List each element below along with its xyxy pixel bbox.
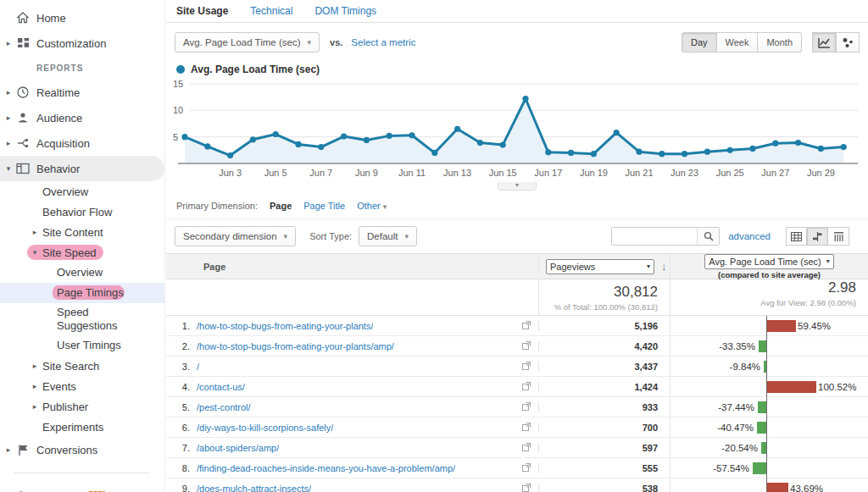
sidebar-item-customization[interactable]: ▸Customization bbox=[0, 30, 164, 56]
sidebar-item-page-timings[interactable]: Page Timings bbox=[0, 283, 164, 303]
advanced-search-link[interactable]: advanced bbox=[728, 231, 771, 241]
metric-dropdown[interactable]: Avg. Page Load Time (sec) ▾ bbox=[175, 32, 320, 53]
sidebar-item-experiments[interactable]: Experiments bbox=[0, 417, 164, 437]
sidebar-item-site-content[interactable]: ▸Site Content bbox=[0, 222, 164, 242]
tab-dom-timings[interactable]: DOM Timings bbox=[314, 5, 376, 17]
table-row: 1./how-to-stop-bugs-from-eating-your-pla… bbox=[166, 316, 868, 336]
delta-value: -40.47% bbox=[717, 422, 754, 434]
comparison-bar bbox=[767, 483, 788, 492]
page-link[interactable]: /does-mulch-attract-insects/ bbox=[197, 484, 311, 492]
table-filter-row: Secondary dimension ▾ Sort Type: Default… bbox=[166, 219, 868, 253]
data-point bbox=[795, 140, 801, 146]
sidebar-item-publisher[interactable]: ▸Publisher bbox=[0, 396, 164, 417]
sidebar-item-acquisition[interactable]: ▸Acquisition bbox=[0, 130, 164, 156]
external-link-icon[interactable] bbox=[522, 321, 531, 331]
external-link-icon[interactable] bbox=[522, 362, 531, 372]
table-row: 2./how-to-stop-bugs-from-eating-your-pla… bbox=[166, 336, 868, 357]
search-input[interactable] bbox=[612, 228, 697, 245]
sidebar-item-speed-suggestions[interactable]: Speed Suggestions bbox=[0, 303, 164, 335]
primary-dimension-other[interactable]: Other ▾ bbox=[357, 201, 387, 211]
sort-descending-icon[interactable]: ↓ bbox=[661, 260, 667, 273]
chevron-right-icon[interactable]: ▸ bbox=[4, 445, 13, 454]
external-link-icon[interactable] bbox=[522, 341, 531, 351]
sidebar-item-conversions[interactable]: ▸Conversions bbox=[0, 437, 164, 462]
page-link[interactable]: /finding-dead-roaches-inside-means-you-h… bbox=[197, 463, 455, 473]
external-link-icon[interactable] bbox=[522, 423, 531, 433]
pageviews-value: 700 bbox=[539, 423, 670, 433]
comparison-bar bbox=[761, 442, 766, 454]
sidebar-item-behavior[interactable]: ▾Behavior bbox=[0, 156, 164, 181]
data-point bbox=[250, 136, 256, 142]
load-time-metric-select[interactable]: Avg. Page Load Time (sec) ▾ bbox=[704, 254, 834, 269]
tab-technical[interactable]: Technical bbox=[250, 5, 292, 17]
chart-collapse-toggle[interactable]: ▾ bbox=[498, 182, 537, 191]
primary-dimension-row: Primary Dimension: Page Page Title Other… bbox=[166, 191, 868, 219]
sidebar-item-overview[interactable]: Overview bbox=[0, 181, 164, 202]
comparison-axis bbox=[766, 458, 767, 478]
sort-type-dropdown[interactable]: Default ▾ bbox=[359, 226, 417, 246]
sidebar: Home▸CustomizationREPORTS▸Realtime▸Audie… bbox=[0, 0, 165, 492]
external-link-icon[interactable] bbox=[522, 443, 531, 453]
metric-selector-row: Avg. Page Load Time (sec) ▾ vs. Select a… bbox=[166, 28, 868, 57]
page-link[interactable]: /about-spiders/amp/ bbox=[197, 443, 279, 453]
pivot-view-button[interactable] bbox=[828, 227, 849, 246]
search-button[interactable] bbox=[697, 228, 719, 245]
table-view-buttons bbox=[786, 227, 849, 246]
select-metric-link[interactable]: Select a metric bbox=[351, 37, 415, 47]
sidebar-item-home[interactable]: Home bbox=[0, 5, 164, 30]
chevron-right-icon[interactable]: ▸ bbox=[31, 402, 39, 411]
comparison-axis bbox=[766, 397, 767, 417]
data-view-button[interactable] bbox=[786, 227, 807, 246]
data-point bbox=[841, 144, 847, 150]
sidebar-item-label: Speed Suggestions bbox=[57, 306, 152, 334]
svg-text:Jun 7: Jun 7 bbox=[309, 168, 332, 178]
chevron-right-icon[interactable]: ▸ bbox=[31, 362, 39, 370]
sidebar-item-attribution[interactable]: AttributionBETA bbox=[0, 484, 164, 492]
sidebar-item-site-speed[interactable]: ▾Site Speed bbox=[0, 242, 164, 263]
sidebar-item-events[interactable]: ▸Events bbox=[0, 376, 164, 396]
external-link-icon[interactable] bbox=[522, 402, 531, 412]
load-time-column-header: Avg. Page Load Time (sec) ▾ (compared to… bbox=[670, 254, 868, 279]
sidebar-item-audience[interactable]: ▸Audience bbox=[0, 105, 164, 130]
page-link[interactable]: / bbox=[197, 362, 199, 372]
page-link[interactable]: /how-to-stop-bugs-from-eating-your-plant… bbox=[197, 341, 394, 351]
svg-text:Jun 9: Jun 9 bbox=[355, 168, 378, 178]
primary-dimension-page-title[interactable]: Page Title bbox=[303, 201, 345, 211]
sidebar-item-realtime[interactable]: ▸Realtime bbox=[0, 80, 164, 105]
chevron-right-icon[interactable]: ▸ bbox=[31, 382, 39, 390]
page-link[interactable]: /how-to-stop-bugs-from-eating-your-plant… bbox=[197, 321, 373, 331]
search-icon bbox=[704, 231, 714, 241]
chevron-right-icon[interactable]: ▸ bbox=[31, 228, 39, 236]
primary-dimension-page[interactable]: Page bbox=[270, 201, 292, 211]
sidebar-item-label: Page Timings bbox=[57, 286, 124, 300]
chevron-right-icon[interactable]: ▸ bbox=[4, 39, 13, 47]
external-link-icon[interactable] bbox=[522, 484, 531, 492]
sidebar-item-behavior-flow[interactable]: Behavior Flow bbox=[0, 202, 164, 222]
day-button[interactable]: Day bbox=[682, 32, 717, 53]
sidebar-item-user-timings[interactable]: User Timings bbox=[0, 335, 164, 356]
external-link-icon[interactable] bbox=[522, 463, 531, 473]
external-link-icon[interactable] bbox=[522, 382, 531, 392]
pageviews-metric-select[interactable]: Pageviews ▾ bbox=[546, 259, 654, 274]
motion-chart-button[interactable] bbox=[836, 32, 860, 53]
row-rank: 8. bbox=[166, 463, 197, 473]
page-link[interactable]: /pest-control/ bbox=[197, 402, 251, 412]
page-link[interactable]: /diy-ways-to-kill-scorpions-safely/ bbox=[197, 423, 333, 433]
chevron-right-icon[interactable]: ▸ bbox=[4, 139, 13, 147]
sidebar-item-site-search[interactable]: ▸Site Search bbox=[0, 356, 164, 376]
secondary-dimension-dropdown[interactable]: Secondary dimension ▾ bbox=[175, 226, 296, 246]
pageviews-column-header: Pageviews ▾ ↓ bbox=[538, 259, 670, 274]
line-chart-button[interactable] bbox=[812, 32, 836, 53]
chevron-right-icon[interactable]: ▸ bbox=[4, 88, 13, 97]
month-button[interactable]: Month bbox=[758, 32, 802, 53]
page-link[interactable]: /contact-us/ bbox=[197, 382, 245, 392]
tab-site-usage[interactable]: Site Usage bbox=[176, 5, 228, 17]
data-point bbox=[500, 141, 506, 147]
home-icon bbox=[16, 11, 30, 25]
chevron-right-icon[interactable]: ▸ bbox=[4, 113, 13, 122]
chevron-down-icon[interactable]: ▾ bbox=[4, 164, 13, 173]
week-button[interactable]: Week bbox=[717, 32, 759, 53]
sidebar-item-overview[interactable]: Overview bbox=[0, 263, 164, 283]
comparison-view-button[interactable] bbox=[807, 227, 828, 246]
chevron-down-icon[interactable]: ▾ bbox=[31, 248, 39, 257]
